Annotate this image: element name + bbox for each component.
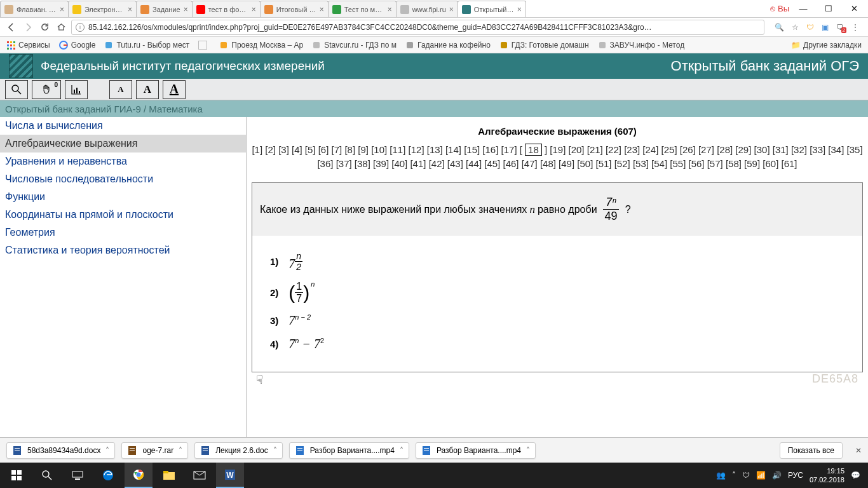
page-link[interactable]: [25] <box>661 144 677 155</box>
browser-tab[interactable]: www.fipi.ru× <box>396 1 458 17</box>
search-button[interactable] <box>33 463 61 488</box>
browser-tab[interactable]: Открытый бан× <box>458 1 526 17</box>
download-item[interactable]: 58d3a89434a9d.docx˄ <box>6 442 115 459</box>
tray-notifications-icon[interactable]: 💬 <box>851 471 860 480</box>
page-link[interactable]: [45] <box>484 158 500 169</box>
page-link[interactable]: [5] <box>305 144 316 155</box>
ext-badge-icon[interactable]: 🗨2 <box>836 23 844 32</box>
apps-button[interactable]: Сервисы <box>6 41 50 50</box>
close-button[interactable]: ✕ <box>846 4 862 13</box>
bookmark-item[interactable]: Stavcur.ru - ГДЗ по м <box>312 41 397 50</box>
close-shelf[interactable]: ✕ <box>855 446 862 455</box>
tab-close-icon[interactable]: × <box>60 5 64 14</box>
tool-hand-icon[interactable]: 0 <box>32 80 61 99</box>
maximize-button[interactable]: ☐ <box>821 4 836 13</box>
tool-chart-icon[interactable] <box>65 80 88 99</box>
page-link[interactable]: [58] <box>726 158 742 169</box>
page-link[interactable]: [59] <box>744 158 760 169</box>
tray-volume-icon[interactable]: 🔊 <box>772 471 782 480</box>
tab-close-icon[interactable]: × <box>449 5 454 14</box>
browser-tab[interactable]: Задание× <box>136 1 193 17</box>
home-button[interactable] <box>55 21 67 34</box>
page-link[interactable]: [29] <box>735 144 751 155</box>
page-link[interactable]: [33] <box>810 144 825 155</box>
download-item[interactable]: Разбор Варианта....mp4˄ <box>289 442 409 459</box>
download-item[interactable]: Разбор Варианта....mp4˄ <box>416 442 536 459</box>
tool-font-medium[interactable]: A <box>136 80 159 99</box>
browser-tab[interactable]: Флавиан. Арм× <box>0 1 69 17</box>
page-link[interactable]: [11] <box>390 144 405 155</box>
other-bookmarks[interactable]: 📁Другие закладки <box>791 41 862 50</box>
explorer-icon[interactable] <box>155 463 183 488</box>
bookmark-item[interactable] <box>198 41 210 50</box>
tray-defender-icon[interactable]: 🛡 <box>742 471 750 480</box>
tray-clock[interactable]: 19:15 07.02.2018 <box>810 466 844 484</box>
page-link[interactable]: [37] <box>336 158 352 169</box>
page-link[interactable]: [39] <box>373 158 389 169</box>
page-link[interactable]: [42] <box>429 158 445 169</box>
tool-magnify-icon[interactable] <box>5 80 28 99</box>
chrome-icon[interactable] <box>125 463 153 488</box>
page-link[interactable]: [23] <box>624 144 640 155</box>
download-menu-icon[interactable]: ˄ <box>400 446 403 455</box>
address-bar[interactable]: i 85.142.162.126/os/xmodules/qprint/inde… <box>71 20 764 35</box>
mail-icon[interactable] <box>186 463 214 488</box>
sidebar-item[interactable]: Алгебраические выражения <box>0 135 246 152</box>
task-view-button[interactable] <box>64 463 92 488</box>
page-link[interactable]: [14] <box>445 144 461 155</box>
download-menu-icon[interactable]: ˄ <box>273 446 277 455</box>
show-all-downloads[interactable]: Показать все <box>780 442 843 459</box>
page-link[interactable]: [24] <box>642 144 658 155</box>
reload-button[interactable] <box>38 21 51 34</box>
page-link[interactable]: [8] <box>344 144 355 155</box>
page-link[interactable]: [9] <box>358 144 369 155</box>
bookmark-item[interactable]: Гадание на кофейно <box>405 41 491 50</box>
sidebar-item[interactable]: Уравнения и неравенства <box>0 152 246 170</box>
page-link[interactable]: [34] <box>828 144 844 155</box>
page-link[interactable]: [49] <box>559 158 574 169</box>
page-link[interactable]: [53] <box>633 158 649 169</box>
page-link[interactable]: [51] <box>595 158 611 169</box>
tray-lang[interactable]: РУС <box>788 471 803 480</box>
tab-close-icon[interactable]: × <box>184 5 188 14</box>
site-logo[interactable] <box>9 54 33 78</box>
page-link[interactable]: [19] <box>550 144 566 155</box>
user-badge[interactable]: ⎋ Вы <box>770 4 789 13</box>
star-icon[interactable]: ☆ <box>792 23 799 32</box>
menu-icon[interactable]: ⋮ <box>851 23 859 32</box>
tab-close-icon[interactable]: × <box>388 5 392 14</box>
page-link[interactable]: [3] <box>278 144 289 155</box>
tab-close-icon[interactable]: × <box>128 5 132 14</box>
browser-tab[interactable]: Электронная× <box>68 1 137 17</box>
option-1[interactable]: 1) 7n2 <box>270 251 851 272</box>
back-button[interactable] <box>5 21 18 34</box>
download-item[interactable]: Лекция 2.6.doc˄ <box>194 442 283 459</box>
pointer-icon[interactable]: ☟ <box>256 373 263 387</box>
page-link[interactable]: [31] <box>773 144 789 155</box>
page-link[interactable]: [48] <box>540 158 556 169</box>
page-link[interactable]: [46] <box>503 158 519 169</box>
ext-cube-icon[interactable]: ▣ <box>822 23 829 32</box>
page-link[interactable]: [36] <box>317 158 333 169</box>
bookmark-item[interactable]: ГДЗ: Готовые домашн <box>499 41 589 50</box>
page-link[interactable]: [22] <box>606 144 621 155</box>
page-link[interactable]: [7] <box>332 144 342 155</box>
page-link[interactable]: [6] <box>318 144 329 155</box>
download-menu-icon[interactable]: ˄ <box>105 446 109 455</box>
browser-tab[interactable]: Итоговый тес× <box>260 1 329 17</box>
page-link[interactable]: [52] <box>614 158 630 169</box>
page-link[interactable]: [61] <box>782 158 797 169</box>
page-link[interactable]: [13] <box>427 144 443 155</box>
bookmark-item[interactable]: Tutu.ru - Выбор мест <box>104 41 189 50</box>
page-link[interactable]: [15] <box>464 144 480 155</box>
bookmark-item[interactable]: Google <box>59 41 96 50</box>
page-link[interactable]: [21] <box>587 144 603 155</box>
ext-shield-icon[interactable]: 🛡 <box>806 23 814 32</box>
sidebar-item[interactable]: Геометрия <box>0 224 246 241</box>
sidebar-item[interactable]: Функции <box>0 188 246 206</box>
page-link[interactable]: [54] <box>651 158 667 169</box>
download-menu-icon[interactable]: ˄ <box>526 446 530 455</box>
page-link[interactable]: [50] <box>577 158 593 169</box>
page-link[interactable]: [10] <box>371 144 387 155</box>
page-link[interactable]: [27] <box>698 144 714 155</box>
